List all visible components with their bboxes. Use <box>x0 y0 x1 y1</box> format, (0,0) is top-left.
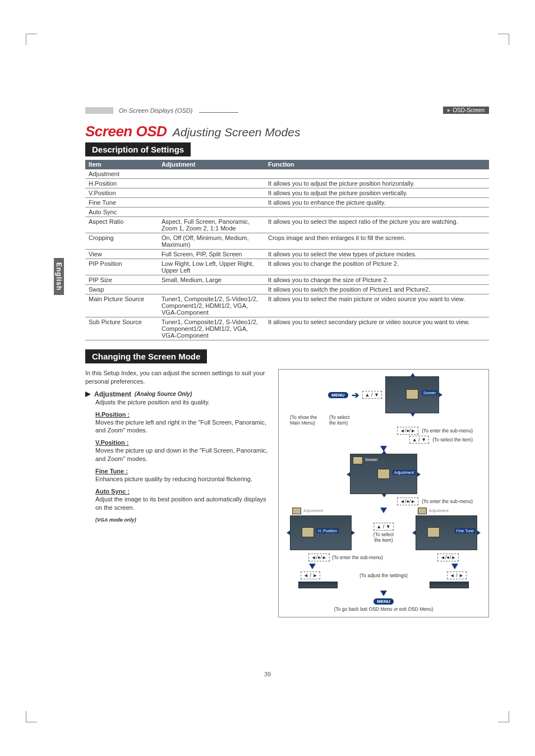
changing-intro: In this Setup Index, you can adjust the … <box>85 369 270 386</box>
table-row: PIP PositionLow Right, Low Left, Upper R… <box>85 259 489 275</box>
slider-bar-icon-2 <box>430 582 469 588</box>
table-row: Sub Picture SourceTuner1, Composite1/2, … <box>85 317 489 340</box>
cell-adjustment <box>158 285 265 294</box>
to-select-the-item-caption: (To select the item) <box>432 437 473 442</box>
cell-function: It allows you to change the position of … <box>265 259 489 275</box>
page-header: On Screen Displays (OSD) OSD-Screen <box>85 107 489 114</box>
cell-item: Sub Picture Source <box>85 317 158 340</box>
enter-key-icon: ◄/●/► <box>397 427 418 435</box>
table-row: CroppingOn, Off (Off, Minimum, Medium, M… <box>85 233 489 250</box>
slider-bar-icon <box>298 582 338 588</box>
leftright-key-icon-2: ◄ / ► <box>447 571 467 579</box>
vposition-desc: Moves the picture up and down in the "Fu… <box>95 446 270 463</box>
flow-down-arrow-icon-3 <box>309 564 316 569</box>
cell-item: Swap <box>85 285 158 294</box>
finetune-tag: Fine Tune <box>455 528 476 533</box>
osd-finetune-thumb: Fine Tune <box>416 515 477 550</box>
badge-label: OSD-Screen <box>453 107 485 113</box>
autosync-label: Auto Sync : <box>95 488 130 495</box>
updown-key-icon-2: ▲ / ▼ <box>409 436 429 444</box>
settings-table: Item Adjustment Function AdjustmentH.Pos… <box>85 160 489 340</box>
to-select-item-caption-2: (To select the item) <box>370 532 398 543</box>
cell-adjustment: Tuner1, Composite1/2, S-Video1/2, Compon… <box>158 294 265 317</box>
hposition-tag: H. Position <box>316 528 339 533</box>
adjustment-title: Adjustment <box>94 390 131 398</box>
cell-function: It allows you to select the view types o… <box>265 250 489 259</box>
cell-function: It allows you to enhance the picture qua… <box>265 198 489 208</box>
table-row: SwapIt allows you to switch the position… <box>85 285 489 294</box>
title-main: Screen OSD <box>85 123 167 140</box>
description-section-tab: Description of Settings <box>85 142 191 156</box>
cell-function <box>265 208 489 217</box>
finetune-label: Fine Tune : <box>95 468 128 474</box>
table-row: ViewFull Screen, PIP, Split ScreenIt all… <box>85 250 489 259</box>
to-enter-sub-caption: (To enter the sub-menu) <box>422 428 473 434</box>
vposition-label: V.Position : <box>95 439 129 446</box>
hposition-desc: Moves the picture left and right in the … <box>95 418 270 435</box>
header-accent-block <box>85 107 113 114</box>
table-row: H.PositionIt allows you to adjust the pi… <box>85 179 489 188</box>
to-show-main-caption: (To show the Main Menu) <box>290 414 320 426</box>
cell-function: It allows you to switch the position of … <box>265 285 489 294</box>
language-tab: English <box>54 258 64 295</box>
cell-item: View <box>85 250 158 259</box>
menu-button-icon: MENU <box>328 392 348 398</box>
arrow-right-icon <box>85 391 91 397</box>
cell-adjustment <box>158 179 265 188</box>
osd-screen-badge: OSD-Screen <box>443 107 489 114</box>
table-row: Aspect RatioAspect, Full Screen, Panoram… <box>85 217 489 233</box>
adjustment-desc: Adjusts the picture position and its qua… <box>95 398 270 407</box>
adjustment-small-label: Adjustment <box>303 509 323 513</box>
cell-adjustment <box>158 198 265 208</box>
hposition-label: H.Position : <box>95 411 130 418</box>
table-row: Main Picture SourceTuner1, Composite1/2,… <box>85 294 489 317</box>
flow-down-arrow-icon-5 <box>380 591 387 596</box>
flow-down-arrow-icon-2 <box>380 508 387 513</box>
leftright-key-icon: ◄ / ► <box>301 571 320 579</box>
adjustment-heading: Adjustment (Analog Source Only) <box>85 390 270 398</box>
cell-item: Fine Tune <box>85 198 158 208</box>
cell-function: It allows you to adjust the picture posi… <box>265 188 489 198</box>
page-content: On Screen Displays (OSD) OSD-Screen Scre… <box>85 107 489 617</box>
arrow-right-icon: ➔ <box>352 390 359 400</box>
instructions-column: In this Setup Index, you can adjust the … <box>85 369 270 617</box>
cell-function: It allows you to select the aspect ratio… <box>265 217 489 233</box>
osd-screen-thumb: Screen <box>385 376 439 413</box>
enter-key-icon-4: ◄/●/► <box>437 554 459 561</box>
cell-item: Main Picture Source <box>85 294 158 317</box>
updown-key-icon-3: ▲ / ▼ <box>373 523 393 531</box>
badge-triangle-icon <box>448 109 450 112</box>
cell-item: PIP Size <box>85 275 158 285</box>
hposition-item: H.Position : Moves the picture left and … <box>95 411 270 435</box>
vposition-item: V.Position : Moves the picture up and do… <box>95 439 270 463</box>
to-adjust-caption: (To adjust the settings) <box>359 573 408 578</box>
breadcrumb: On Screen Displays (OSD) <box>119 107 196 114</box>
to-go-back-caption: (To go back last OSD Menu or exit OSD Me… <box>334 606 433 612</box>
cell-function: It allows you to select secondary pictur… <box>265 317 489 340</box>
cell-function: It allows you to change the size of Pict… <box>265 275 489 285</box>
enter-key-icon-3: ◄/●/► <box>308 554 330 561</box>
to-select-item-caption: (To select the item) <box>329 414 357 426</box>
enter-key-icon-2: ◄/●/► <box>397 497 418 505</box>
cell-function <box>265 169 489 179</box>
adjustment-small-label-2: Adjustment <box>429 509 449 513</box>
adjustment-tag: Adjustment <box>393 470 416 475</box>
cell-adjustment <box>158 188 265 198</box>
to-enter-sub-caption-2: (To enter the sub-menu) <box>422 499 473 504</box>
cell-item: Cropping <box>85 233 158 250</box>
th-item: Item <box>85 160 158 169</box>
cell-adjustment: Low Right, Low Left, Upper Right, Upper … <box>158 259 265 275</box>
cell-item: Adjustment <box>85 169 158 179</box>
table-row: V.PositionIt allows you to adjust the pi… <box>85 188 489 198</box>
cell-item: H.Position <box>85 179 158 188</box>
table-row: PIP SizeSmall, Medium, LargeIt allows yo… <box>85 275 489 285</box>
table-row: Fine TuneIt allows you to enhance the pi… <box>85 198 489 208</box>
finetune-desc: Enhances picture quality by reducing hor… <box>95 475 270 483</box>
flow-diagram: MENU ➔ ▲ / ▼ Screen (To show the Main Me… <box>278 369 489 617</box>
table-row: Auto Sync <box>85 208 489 217</box>
cell-function: Crops image and then enlarges it to fill… <box>265 233 489 250</box>
flow-down-arrow-icon-4 <box>451 564 458 569</box>
header-rule <box>199 112 238 113</box>
cell-item: V.Position <box>85 188 158 198</box>
cell-item: PIP Position <box>85 259 158 275</box>
